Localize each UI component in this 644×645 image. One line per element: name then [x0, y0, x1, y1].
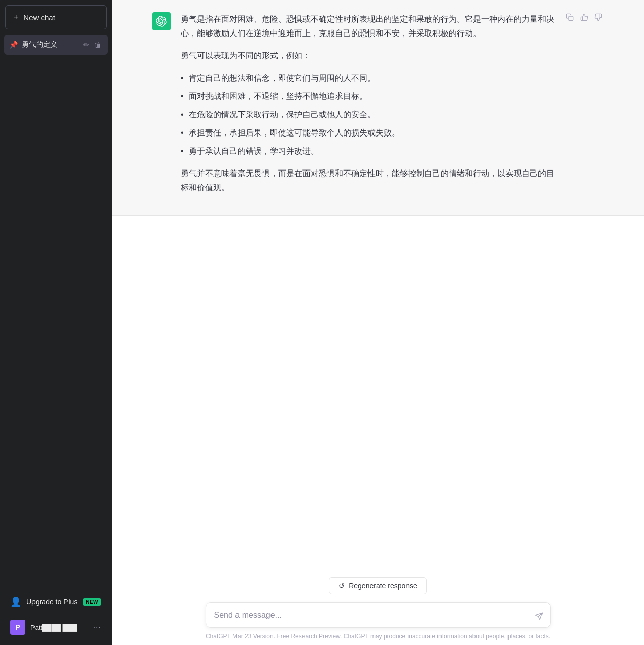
- message-bullet-list: 肯定自己的想法和信念，即使它们与周围的人不同。 面对挑战和困难，不退缩，坚持不懈…: [181, 71, 557, 158]
- new-badge: NEW: [83, 598, 101, 606]
- user-profile[interactable]: P Patt████ ███ ···: [4, 615, 108, 640]
- user-name: Patt████ ███: [30, 624, 77, 631]
- avatar: P: [10, 620, 25, 635]
- svg-rect-0: [569, 16, 573, 21]
- message-paragraph-1: 勇气是指在面对困难、危险、恐惧或不确定性时所表现出的坚定和果敢的行为。它是一种内…: [181, 12, 557, 41]
- bullet-item-5: 勇于承认自己的错误，学习并改进。: [181, 144, 557, 158]
- pin-icon: 📌: [9, 41, 18, 49]
- upgrade-to-plus-button[interactable]: 👤 Upgrade to Plus NEW: [4, 591, 108, 613]
- new-chat-button[interactable]: + New chat: [5, 5, 107, 29]
- regenerate-button[interactable]: ↺ Regenerate response: [329, 577, 427, 594]
- upgrade-left: 👤 Upgrade to Plus: [10, 596, 77, 607]
- assistant-avatar: [152, 12, 171, 30]
- user-left: P Patt████ ███: [10, 620, 77, 635]
- bullet-item-2: 面对挑战和困难，不退缩，坚持不懈地追求目标。: [181, 89, 557, 104]
- message-paragraph-2: 勇气可以表现为不同的形式，例如：: [181, 49, 557, 63]
- history-item[interactable]: 📌 勇气的定义 ✏ 🗑: [4, 35, 108, 55]
- chat-history: 📌 勇气的定义 ✏ 🗑: [0, 32, 112, 586]
- upgrade-label: Upgrade to Plus: [26, 598, 77, 606]
- openai-logo-icon: [156, 16, 167, 27]
- footer-version-link[interactable]: ChatGPT Mar 23 Version: [206, 633, 274, 640]
- plus-icon: +: [14, 13, 18, 22]
- message-actions: [565, 12, 603, 22]
- new-chat-label: New chat: [23, 13, 55, 22]
- regenerate-icon: ↺: [338, 582, 345, 590]
- user-circle-icon: 👤: [10, 596, 21, 607]
- sidebar: + New chat 📌 勇气的定义 ✏ 🗑 👤 Upgrade to Plus…: [0, 0, 112, 645]
- regenerate-label: Regenerate response: [349, 582, 417, 590]
- history-item-actions: ✏ 🗑: [82, 40, 103, 50]
- history-item-label: 勇气的定义: [22, 40, 57, 49]
- footer-text: ChatGPT Mar 23 Version. Free Research Pr…: [206, 633, 550, 640]
- bullet-item-1: 肯定自己的想法和信念，即使它们与周围的人不同。: [181, 71, 557, 85]
- sidebar-bottom: 👤 Upgrade to Plus NEW P Patt████ ███ ···: [0, 586, 112, 645]
- main-content: 勇气是指在面对困难、危险、恐惧或不确定性时所表现出的坚定和果敢的行为。它是一种内…: [112, 0, 644, 645]
- input-box-wrapper: [206, 602, 551, 628]
- rename-button[interactable]: ✏: [82, 40, 90, 50]
- thumbs-up-button[interactable]: [579, 12, 589, 22]
- thumbs-down-button[interactable]: [593, 12, 603, 22]
- message-text: 勇气是指在面对困难、危险、恐惧或不确定性时所表现出的坚定和果敢的行为。它是一种内…: [181, 12, 557, 195]
- bullet-item-4: 承担责任，承担后果，即使这可能导致个人的损失或失败。: [181, 126, 557, 140]
- copy-button[interactable]: [565, 12, 575, 22]
- send-icon: [535, 612, 543, 620]
- footer-suffix: . Free Research Preview. ChatGPT may pro…: [274, 633, 550, 640]
- message-content: 勇气是指在面对困难、危险、恐惧或不确定性时所表现出的坚定和果敢的行为。它是一种内…: [181, 12, 557, 203]
- more-options-icon: ···: [93, 623, 101, 632]
- history-item-left: 📌 勇气的定义: [9, 40, 57, 49]
- bullet-item-3: 在危险的情况下采取行动，保护自己或他人的安全。: [181, 108, 557, 122]
- input-area: ↺ Regenerate response ChatGPT Mar 23 Ver…: [112, 569, 644, 645]
- send-button[interactable]: [534, 611, 544, 621]
- message-input[interactable]: [214, 609, 526, 621]
- chat-area: 勇气是指在面对困难、危险、恐惧或不确定性时所表现出的坚定和果敢的行为。它是一种内…: [112, 0, 644, 569]
- assistant-message: 勇气是指在面对困难、危险、恐惧或不确定性时所表现出的坚定和果敢的行为。它是一种内…: [112, 0, 644, 216]
- message-paragraph-3: 勇气并不意味着毫无畏惧，而是在面对恐惧和不确定性时，能够控制自己的情绪和行动，以…: [181, 166, 557, 195]
- delete-button[interactable]: 🗑: [93, 40, 103, 50]
